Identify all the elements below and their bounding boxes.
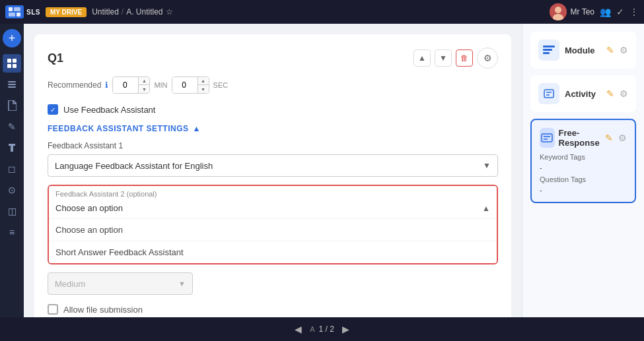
fa2-option-1[interactable]: Short Answer Feedback Assistant — [49, 241, 497, 263]
breadcrumb-separator: / — [122, 7, 124, 16]
fr-icon-area — [540, 128, 555, 148]
question-up-button[interactable]: ▲ — [413, 49, 431, 67]
fr-actions: ✎ ⚙ — [605, 133, 627, 143]
difficulty-value: Medium — [55, 279, 85, 289]
right-panel: Module ✎ ⚙ Activity — [522, 24, 644, 317]
fa1-chevron-icon: ▼ — [483, 161, 491, 170]
feedback-settings-header: FEEDBACK ASSISTANT SETTINGS ▲ — [48, 124, 498, 133]
top-navigation: SLS MY DRIVE Untitled / A. Untitled ☆ Mr… — [0, 0, 644, 24]
module-edit-icon[interactable]: ✎ — [606, 45, 614, 55]
sidebar-item-menu[interactable]: ≡ — [3, 223, 21, 241]
svg-rect-18 — [542, 134, 552, 142]
add-button[interactable]: + — [3, 29, 21, 47]
nav-icons: 👥 ✓ ⋮ — [600, 7, 639, 17]
keyword-tags-value: - — [540, 164, 627, 171]
activity-icon-area — [538, 83, 559, 104]
people-icon[interactable]: 👥 — [600, 7, 611, 17]
difficulty-select[interactable]: Medium ▼ — [48, 272, 193, 295]
fa2-selected-row[interactable]: Choose an option ▲ — [49, 198, 497, 219]
sec-up-button[interactable]: ▲ — [198, 77, 209, 85]
sidebar-item-grid[interactable] — [3, 54, 21, 73]
activity-edit-icon[interactable]: ✎ — [606, 88, 614, 99]
user-info: Mr Teo — [550, 3, 594, 20]
svg-rect-3 — [17, 13, 20, 16]
svg-rect-10 — [13, 64, 17, 68]
min-up-button[interactable]: ▲ — [139, 77, 149, 85]
module-card: Module ✎ ⚙ — [530, 32, 636, 69]
activity-card: Activity ✎ ⚙ — [530, 75, 636, 112]
fr-title-row: Free-Response — [540, 128, 605, 148]
free-response-card: Free-Response ✎ ⚙ Keyword Tags - Questio… — [530, 119, 636, 203]
sec-input[interactable] — [172, 77, 196, 93]
fa1-label: Feedback Assistant 1 — [48, 141, 498, 150]
fr-edit-icon[interactable]: ✎ — [605, 133, 613, 143]
fr-settings-icon[interactable]: ⚙ — [618, 133, 627, 143]
svg-rect-16 — [543, 52, 550, 54]
allow-file-row: Allow file submission — [48, 304, 498, 315]
sidebar-item-text[interactable] — [3, 139, 21, 157]
sec-label: SEC — [213, 81, 229, 89]
svg-rect-17 — [544, 90, 554, 98]
breadcrumb-item-1[interactable]: Untitled — [92, 7, 119, 16]
module-settings-icon[interactable]: ⚙ — [620, 45, 628, 55]
fa2-selected-value: Choose an option — [55, 203, 123, 213]
content-area: Q1 ▲ ▼ 🗑 ⚙ Recommended ℹ — [24, 24, 644, 317]
check-circle-icon[interactable]: ✓ — [616, 7, 624, 17]
prev-page-button[interactable]: ◀ — [295, 324, 302, 334]
time-row: Recommended ℹ ▲ ▼ MIN ▲ ▼ — [48, 77, 498, 94]
sidebar-item-layout[interactable]: ◫ — [3, 202, 21, 220]
question-header: Q1 ▲ ▼ 🗑 ⚙ — [48, 47, 498, 69]
next-page-button[interactable]: ▶ — [342, 324, 349, 334]
fa1-value: Language Feedback Assistant for English — [55, 161, 213, 171]
question-nav-actions: ▲ ▼ 🗑 — [413, 49, 473, 67]
sidebar-item-document[interactable] — [3, 96, 21, 115]
question-delete-button[interactable]: 🗑 — [456, 49, 473, 67]
bottom-bar: ◀ A 1 / 2 ▶ — [0, 317, 644, 341]
feedback-checkbox[interactable]: ✓ — [48, 104, 58, 115]
sec-down-button[interactable]: ▼ — [198, 85, 209, 93]
question-settings-button[interactable]: ⚙ — [477, 47, 498, 69]
user-name: Mr Teo — [571, 7, 594, 16]
feedback-check-row: ✓ Use Feedback Assistant — [48, 104, 498, 115]
sec-input-group: ▲ ▼ — [172, 77, 209, 94]
my-drive-badge[interactable]: MY DRIVE — [46, 7, 87, 17]
svg-rect-14 — [543, 46, 555, 47]
sidebar-item-layers[interactable] — [3, 75, 21, 94]
activity-settings-icon[interactable]: ⚙ — [620, 88, 628, 99]
activity-card-content: Activity — [538, 83, 596, 104]
activity-actions: ✎ ⚙ — [606, 88, 628, 99]
page-info: A 1 / 2 — [310, 325, 334, 334]
left-sidebar: + ✎ ◻ ⊙ — [0, 24, 24, 317]
avatar — [550, 3, 567, 20]
breadcrumb-item-2[interactable]: A. Untitled — [126, 7, 162, 16]
question-tags-label: Question Tags — [540, 175, 627, 183]
sidebar-item-shape[interactable]: ◻ — [3, 160, 21, 178]
sidebar-item-edit[interactable]: ✎ — [3, 117, 21, 136]
svg-rect-15 — [543, 49, 552, 51]
main-area: + ✎ ◻ ⊙ — [0, 24, 644, 317]
question-card: Q1 ▲ ▼ 🗑 ⚙ Recommended ℹ — [34, 34, 511, 317]
page-number: 1 / 2 — [318, 325, 334, 334]
module-card-content: Module — [538, 40, 595, 61]
svg-rect-1 — [14, 7, 20, 11]
allow-file-checkbox[interactable] — [48, 304, 58, 315]
svg-rect-8 — [13, 59, 17, 63]
recommended-label: Recommended — [48, 80, 101, 90]
sidebar-item-media[interactable]: ⊙ — [3, 181, 21, 199]
star-icon[interactable]: ☆ — [166, 7, 173, 16]
question-down-button[interactable]: ▼ — [435, 49, 452, 67]
svg-point-5 — [555, 7, 561, 13]
more-options-icon[interactable]: ⋮ — [629, 7, 639, 17]
editor-panel: Q1 ▲ ▼ 🗑 ⚙ Recommended ℹ — [24, 24, 522, 317]
fa1-select[interactable]: Language Feedback Assistant for English … — [48, 154, 498, 177]
min-down-button[interactable]: ▼ — [139, 85, 149, 93]
feedback-settings-chevron[interactable]: ▲ — [193, 124, 201, 133]
svg-rect-7 — [7, 59, 11, 63]
sls-logo-icon — [5, 5, 24, 18]
fa2-option-0[interactable]: Choose an option — [49, 219, 497, 241]
feedback-settings-title: FEEDBACK ASSISTANT SETTINGS — [48, 124, 189, 133]
min-input[interactable] — [113, 77, 137, 93]
logo-area: SLS — [5, 5, 40, 18]
fa2-chevron-up-icon: ▲ — [482, 204, 490, 213]
fa2-options-list: Choose an option Short Answer Feedback A… — [49, 219, 497, 263]
